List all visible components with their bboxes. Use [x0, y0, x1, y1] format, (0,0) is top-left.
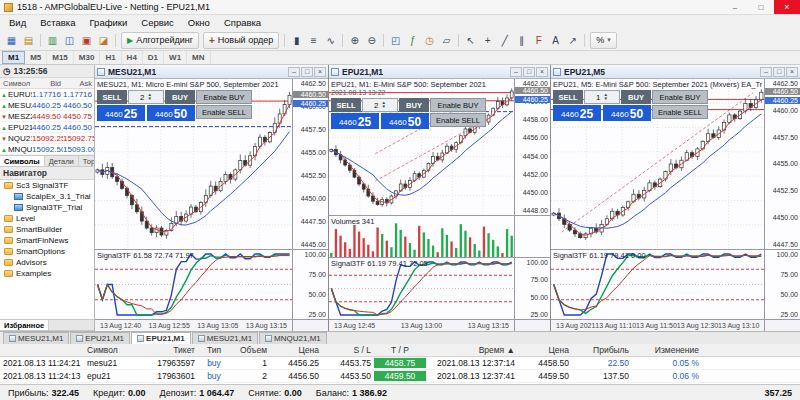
nav-item-smartoptions[interactable]: SmartOptions: [0, 246, 94, 257]
maximize-button[interactable]: □: [748, 0, 774, 14]
column-bid[interactable]: Bid: [32, 79, 63, 88]
column-symbol[interactable]: Символ: [84, 345, 138, 355]
menu-help[interactable]: Справка: [217, 15, 268, 30]
column-type[interactable]: Тип: [198, 345, 230, 355]
buy-price[interactable]: 446050: [381, 113, 429, 129]
sell-button[interactable]: SELL: [331, 98, 361, 112]
period-h1[interactable]: H1: [100, 51, 121, 64]
profiles-icon[interactable]: ▤: [20, 32, 37, 49]
tab-trade[interactable]: Торговля: [79, 156, 95, 166]
lot-spinner[interactable]: 1 ▲▼: [584, 90, 620, 104]
line-chart-icon[interactable]: ∿: [322, 32, 339, 49]
zoom-dropdown[interactable]: % ▾: [590, 32, 617, 49]
position-row[interactable]: 2021.08.13 11:24:13 epu21 17963601 buy 2…: [0, 370, 800, 383]
market-watch-row[interactable]: MNQU21 15092.50 15093.00: [0, 144, 94, 155]
column-profit[interactable]: Прибыль: [572, 345, 632, 355]
enable-sell-button[interactable]: Enable SELL: [652, 105, 708, 119]
period-m30[interactable]: M30: [74, 51, 101, 64]
chart-canvas[interactable]: MESU21, M1: Micro E-mini S&P 500, Septem…: [95, 79, 292, 249]
market-watch-row[interactable]: MESU21 4460.25 4460.50: [0, 100, 94, 111]
periods-icon[interactable]: ◷: [421, 32, 438, 49]
nav-item-scalpex-trial[interactable]: ScalpEx_3.1_Trial: [0, 191, 94, 202]
navigator-icon[interactable]: ◫: [61, 32, 78, 49]
chart-title-bar[interactable]: EPU21,M1 – □ ×: [329, 65, 550, 79]
tab-favorites[interactable]: Избранное: [0, 320, 49, 330]
new-chart-icon[interactable]: ▦: [3, 32, 20, 49]
tab-symbols[interactable]: Символы: [0, 156, 45, 166]
channel-icon[interactable]: ∥: [513, 32, 530, 49]
fibonacci-icon[interactable]: F: [530, 32, 547, 49]
chart-restore-button[interactable]: □: [773, 67, 785, 77]
period-mn[interactable]: MN: [187, 51, 210, 64]
chart-title-bar[interactable]: MESU21,M1 – □ ×: [95, 65, 328, 79]
column-sl[interactable]: S / L: [322, 345, 374, 355]
enable-sell-button[interactable]: Enable SELL: [196, 105, 252, 119]
buy-button[interactable]: BUY: [165, 90, 195, 104]
minimize-button[interactable]: –: [722, 0, 748, 14]
column-ask[interactable]: Ask: [63, 79, 94, 88]
enable-buy-button[interactable]: Enable BUY: [652, 90, 708, 104]
nav-item-smartbuilder[interactable]: SmartBuilder: [0, 224, 94, 235]
spinner-down-icon[interactable]: ▼: [147, 97, 151, 101]
period-h4[interactable]: H4: [122, 51, 143, 64]
buy-price[interactable]: 446050: [603, 105, 651, 121]
spinner-down-icon[interactable]: ▼: [603, 97, 607, 101]
market-watch-icon[interactable]: ▥: [44, 32, 61, 49]
close-button[interactable]: ×: [774, 0, 800, 14]
column-tp[interactable]: T / P: [374, 345, 426, 355]
column-price[interactable]: Цена: [270, 345, 322, 355]
buy-button[interactable]: BUY: [399, 98, 429, 112]
cursor-icon[interactable]: ↖: [462, 32, 479, 49]
chart-close-button[interactable]: ×: [786, 67, 798, 77]
tile-windows-icon[interactable]: ◰: [387, 32, 404, 49]
chart-tab[interactable]: MNQU21,M1: [259, 332, 327, 344]
indicators-icon[interactable]: ƒ: [404, 32, 421, 49]
nav-item-level[interactable]: Level: [0, 213, 94, 224]
chart-restore-button[interactable]: □: [523, 67, 535, 77]
bars-chart-icon[interactable]: ≡: [305, 32, 322, 49]
buy-price[interactable]: 446050: [147, 105, 195, 121]
menu-insert[interactable]: Вставка: [33, 15, 82, 30]
nav-item-advisors[interactable]: Advisors: [0, 257, 94, 268]
enable-sell-button[interactable]: Enable SELL: [430, 113, 486, 127]
zoom-in-icon[interactable]: ⊕: [346, 32, 363, 49]
menu-view[interactable]: Вид: [2, 15, 33, 30]
lot-spinner[interactable]: 2 ▲▼: [128, 90, 164, 104]
period-w1[interactable]: W1: [164, 51, 187, 64]
market-watch-row[interactable]: EURUSD 1.17716 1.17716: [0, 89, 94, 100]
enable-buy-button[interactable]: Enable BUY: [196, 90, 252, 104]
sell-price[interactable]: 446025: [331, 113, 379, 129]
period-m15[interactable]: M15: [47, 51, 74, 64]
nav-item-sc3-signal3tf[interactable]: Sc3 Signal3TF: [0, 180, 94, 191]
templates-icon[interactable]: ▱: [438, 32, 455, 49]
chart-minimize-button[interactable]: –: [760, 67, 772, 77]
column-time[interactable]: Время ▲: [426, 345, 518, 355]
market-watch-row[interactable]: NQU21 15092.25 15092.75: [0, 133, 94, 144]
zoom-out-icon[interactable]: ⊖: [363, 32, 380, 49]
signal3tf-subwindow[interactable]: Signal3TF 61.19 79.41 0.00: [551, 250, 764, 319]
menu-window[interactable]: Окно: [181, 15, 217, 30]
enable-buy-button[interactable]: Enable BUY: [430, 98, 486, 112]
menu-tools[interactable]: Сервис: [134, 15, 181, 30]
position-row[interactable]: 2021.08.13 11:24:21 mesu21 17963597 buy …: [0, 357, 800, 370]
arrow-tool-icon[interactable]: ↗: [564, 32, 581, 49]
chart-canvas[interactable]: EPU21, M1: E-Mini S&P 500: September 202…: [329, 79, 514, 215]
nav-item-examples[interactable]: Examples: [0, 268, 94, 279]
menu-charts[interactable]: Графики: [83, 15, 135, 30]
chart-minimize-button[interactable]: –: [510, 67, 522, 77]
market-watch-row[interactable]: MESZ21 4449.50 4450.75: [0, 111, 94, 122]
chart-title-bar[interactable]: EPU21,M5 – □ ×: [551, 65, 800, 79]
spinner-down-icon[interactable]: ▼: [381, 105, 385, 109]
chart-tab-active[interactable]: EPU21,M1: [131, 332, 191, 344]
column-volume[interactable]: Объем: [230, 345, 270, 355]
column-ticket[interactable]: Тикет: [138, 345, 198, 355]
period-m5[interactable]: M5: [25, 51, 47, 64]
chart-canvas[interactable]: EPU21, M5: E-Mini S&P 500: September 202…: [551, 79, 764, 249]
chart-tab[interactable]: MESU21,M1: [3, 332, 69, 344]
signal3tf-subwindow[interactable]: Signal3TF 61.58 72.74 71.97: [95, 250, 292, 319]
chart-tab[interactable]: MESU21,M1: [192, 332, 258, 344]
text-tool-icon[interactable]: A: [547, 32, 564, 49]
signal3tf-subwindow[interactable]: Signal3TF 61.19 79.41 72.05: [329, 258, 514, 319]
column-symbol[interactable]: Символ: [0, 79, 32, 88]
sell-price[interactable]: 446025: [97, 105, 145, 121]
